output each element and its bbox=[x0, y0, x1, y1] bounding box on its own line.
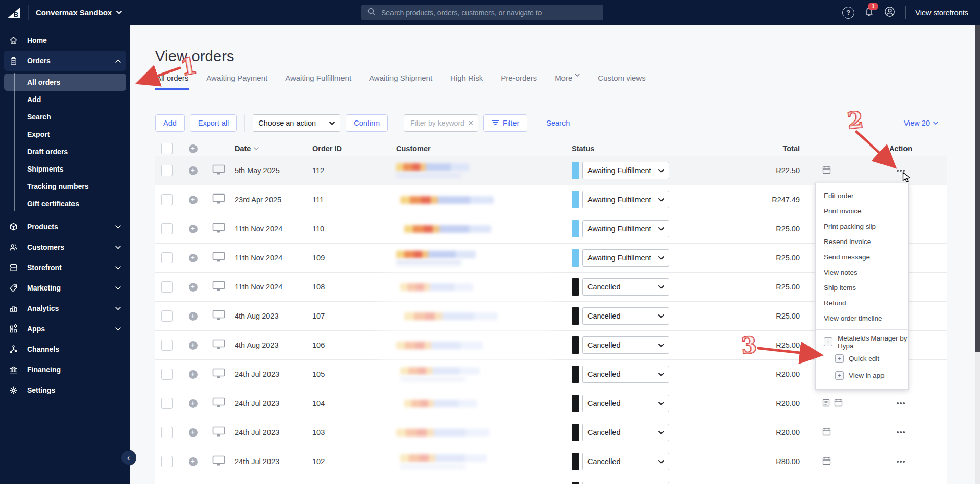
scrollbar-thumb[interactable] bbox=[975, 25, 980, 352]
sidebar-item-search[interactable]: Search bbox=[4, 108, 126, 126]
expand-row-icon[interactable]: + bbox=[189, 312, 198, 321]
status-select[interactable]: Cancelled bbox=[582, 424, 669, 441]
expand-row-icon[interactable]: + bbox=[189, 196, 198, 204]
menu-item-send-message[interactable]: Send message bbox=[816, 249, 908, 264]
tab-awaiting-fulfillment[interactable]: Awaiting Fulfillment bbox=[284, 70, 352, 90]
sidebar-item-tracking-numbers[interactable]: Tracking numbers bbox=[4, 178, 126, 195]
select-all-checkbox[interactable] bbox=[161, 143, 173, 154]
sidebar-item-products[interactable]: Products bbox=[4, 216, 126, 237]
calendar-icon[interactable] bbox=[822, 456, 831, 467]
row-checkbox[interactable] bbox=[161, 281, 173, 293]
expand-row-icon[interactable]: + bbox=[189, 428, 198, 437]
status-select[interactable]: Awaiting Fulfillment bbox=[582, 162, 669, 179]
sidebar-item-customers[interactable]: Customers bbox=[4, 237, 126, 257]
menu-item-print-invoice[interactable]: Print invoice bbox=[816, 203, 908, 219]
status-select[interactable]: Cancelled bbox=[582, 278, 669, 296]
row-checkbox[interactable] bbox=[161, 427, 173, 438]
sidebar-item-apps[interactable]: Apps bbox=[4, 319, 126, 339]
status-select[interactable]: Awaiting Fulfillment bbox=[582, 191, 669, 208]
keyword-filter-field[interactable]: ✕ bbox=[404, 114, 478, 132]
search-link[interactable]: Search bbox=[543, 118, 573, 128]
tab-custom-views[interactable]: Custom views bbox=[597, 70, 646, 90]
row-checkbox[interactable] bbox=[161, 252, 173, 263]
menu-item-edit-order[interactable]: Edit order bbox=[816, 188, 908, 203]
sidebar-item-shipments[interactable]: Shipments bbox=[4, 160, 126, 178]
tab-awaiting-payment[interactable]: Awaiting Payment bbox=[205, 70, 268, 90]
row-checkbox[interactable] bbox=[161, 456, 173, 467]
status-select[interactable]: Cancelled bbox=[582, 336, 669, 354]
expand-all-icon[interactable]: + bbox=[189, 144, 198, 153]
row-actions-button[interactable] bbox=[893, 398, 909, 409]
sidebar-item-add[interactable]: Add bbox=[4, 91, 126, 108]
calendar-icon[interactable] bbox=[822, 427, 831, 438]
status-select[interactable]: Awaiting Fulfillment bbox=[582, 249, 669, 267]
menu-item-view-notes[interactable]: View notes bbox=[816, 264, 908, 280]
expand-row-icon[interactable]: + bbox=[189, 370, 198, 379]
menu-item-resend-invoice[interactable]: Resend invoice bbox=[816, 234, 908, 249]
add-button[interactable]: Add bbox=[155, 114, 185, 132]
sidebar-item-export[interactable]: Export bbox=[4, 126, 126, 143]
bulk-action-select[interactable]: Choose an action bbox=[253, 114, 340, 132]
confirm-button[interactable]: Confirm bbox=[346, 114, 388, 132]
expand-row-icon[interactable]: + bbox=[189, 457, 198, 466]
sidebar-item-settings[interactable]: Settings bbox=[4, 380, 126, 400]
tab-more[interactable]: More bbox=[554, 70, 581, 90]
status-select[interactable]: Awaiting Fulfillment bbox=[582, 220, 669, 237]
filter-button[interactable]: Filter bbox=[483, 114, 527, 132]
notes-icon[interactable] bbox=[822, 398, 830, 409]
row-checkbox[interactable] bbox=[161, 165, 173, 176]
sidebar-item-all-orders[interactable]: All orders bbox=[4, 74, 126, 91]
sidebar-item-analytics[interactable]: Analytics bbox=[4, 298, 126, 319]
row-checkbox[interactable] bbox=[161, 223, 173, 234]
expand-row-icon[interactable]: + bbox=[189, 399, 198, 408]
status-select[interactable]: Cancelled bbox=[582, 395, 669, 412]
view-storefronts-link[interactable]: View storefronts bbox=[915, 9, 968, 17]
sidebar-item-financing[interactable]: Financing bbox=[4, 359, 126, 380]
global-search[interactable] bbox=[361, 5, 603, 20]
expand-row-icon[interactable]: + bbox=[189, 283, 198, 292]
row-checkbox[interactable] bbox=[161, 194, 173, 205]
menu-item-refund[interactable]: Refund bbox=[816, 295, 908, 310]
sidebar-item-orders[interactable]: Orders bbox=[4, 51, 126, 71]
notifications-button[interactable]: 1 bbox=[864, 6, 874, 19]
sidebar-item-storefront[interactable]: Storefront bbox=[4, 257, 126, 278]
row-checkbox[interactable] bbox=[161, 369, 173, 380]
tab-awaiting-shipment[interactable]: Awaiting Shipment bbox=[368, 70, 433, 90]
row-actions-button[interactable] bbox=[893, 456, 909, 467]
status-select[interactable]: Cancelled bbox=[582, 482, 669, 484]
sidebar-item-channels[interactable]: Channels bbox=[4, 339, 126, 359]
global-search-input[interactable] bbox=[380, 8, 597, 17]
tab-pre-orders[interactable]: Pre-orders bbox=[500, 70, 538, 90]
sidebar-item-home[interactable]: Home bbox=[4, 30, 126, 51]
sidebar-item-marketing[interactable]: Marketing bbox=[4, 278, 126, 298]
row-actions-button[interactable] bbox=[893, 427, 909, 438]
status-select[interactable]: Cancelled bbox=[582, 307, 669, 325]
sidebar-item-draft-orders[interactable]: Draft orders bbox=[4, 143, 126, 160]
row-checkbox[interactable] bbox=[161, 340, 173, 351]
tab-high-risk[interactable]: High Risk bbox=[449, 70, 484, 90]
row-actions-button[interactable] bbox=[893, 165, 909, 176]
menu-item-quick-edit[interactable]: +Quick edit bbox=[816, 350, 908, 367]
menu-item-print-packing-slip[interactable]: Print packing slip bbox=[816, 219, 908, 234]
help-button[interactable]: ? bbox=[842, 7, 854, 19]
expand-row-icon[interactable]: + bbox=[189, 341, 198, 350]
keyword-filter-input[interactable] bbox=[409, 118, 465, 128]
calendar-icon[interactable] bbox=[834, 398, 843, 409]
clear-filter-icon[interactable]: ✕ bbox=[468, 119, 474, 127]
expand-row-icon[interactable]: + bbox=[189, 166, 198, 175]
menu-item-view-order-timeline[interactable]: View order timeline bbox=[816, 310, 908, 326]
row-checkbox[interactable] bbox=[161, 310, 173, 322]
menu-item-metafields-manager-by-hypa[interactable]: +Metafields Manager by Hypa bbox=[816, 333, 908, 350]
tab-all-orders[interactable]: All orders bbox=[155, 70, 189, 90]
sidebar-collapse-button[interactable]: ‹ bbox=[121, 451, 135, 465]
calendar-icon[interactable] bbox=[822, 165, 831, 176]
expand-row-icon[interactable]: + bbox=[189, 225, 198, 233]
row-checkbox[interactable] bbox=[161, 398, 173, 409]
status-select[interactable]: Cancelled bbox=[582, 366, 669, 383]
date-header[interactable]: Date bbox=[235, 144, 251, 153]
account-button[interactable] bbox=[884, 6, 895, 19]
view-count-select[interactable]: View 20 bbox=[904, 114, 938, 132]
store-switcher[interactable]: Convermax Sandbox bbox=[36, 8, 122, 17]
menu-item-view-in-app[interactable]: +View in app bbox=[816, 367, 908, 384]
expand-row-icon[interactable]: + bbox=[189, 254, 198, 262]
